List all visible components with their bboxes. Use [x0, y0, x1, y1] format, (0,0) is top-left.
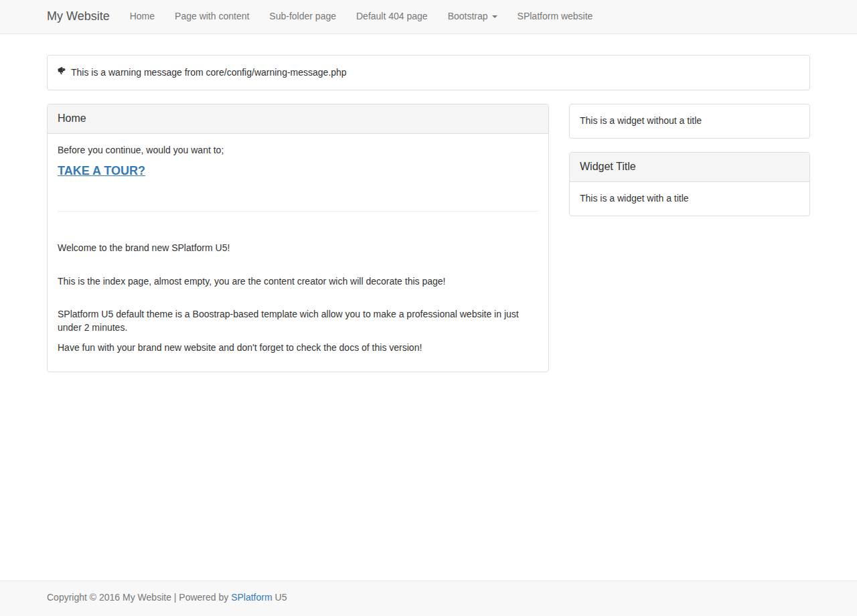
home-panel-title: Home — [48, 104, 548, 134]
navbar: My Website Home Page with content Sub-fo… — [0, 0, 857, 34]
widget-title: Widget Title — [570, 153, 809, 182]
nav-item-bootstrap-dropdown[interactable]: Bootstrap — [438, 0, 508, 33]
footer: Copyright © 2016 My Website | Powered by… — [0, 581, 857, 616]
widget-with-title: Widget Title This is a widget with a tit… — [569, 152, 810, 216]
warning-panel: This is a warning message from core/conf… — [47, 55, 810, 90]
nav-item-sub-folder-page[interactable]: Sub-folder page — [259, 0, 346, 33]
navbar-brand[interactable]: My Website — [47, 0, 120, 33]
warning-message-text: This is a warning message from core/conf… — [71, 66, 347, 80]
take-a-tour-link[interactable]: TAKE A TOUR? — [58, 164, 145, 177]
widget-with-title-body: This is a widget with a title — [570, 182, 809, 216]
index-page-text: This is the index page, almost empty, yo… — [58, 275, 538, 289]
main-content: This is a warning message from core/conf… — [37, 34, 820, 386]
nav-item-splatform-website[interactable]: SPlatform website — [508, 0, 603, 33]
widget-without-title-body: This is a widget without a title — [570, 104, 809, 138]
nav-item: Page with content — [165, 0, 259, 33]
nav-item: Default 404 page — [346, 0, 438, 33]
splatform-footer-link[interactable]: SPlatform — [231, 592, 272, 603]
content-divider — [58, 211, 538, 212]
navbar-nav: Home Page with content Sub-folder page D… — [120, 0, 603, 33]
nav-item: Sub-folder page — [259, 0, 346, 33]
nav-item-bootstrap-label: Bootstrap — [448, 10, 488, 23]
nav-item-page-with-content[interactable]: Page with content — [165, 0, 259, 33]
intro-text: Before you continue, would you want to; — [58, 144, 538, 157]
page: My Website Home Page with content Sub-fo… — [0, 0, 857, 616]
nav-item-home[interactable]: Home — [120, 0, 165, 33]
bullhorn-icon — [58, 66, 67, 80]
nav-item: Home — [120, 0, 165, 33]
home-panel-body: Before you continue, would you want to; … — [48, 134, 548, 372]
caret-down-icon — [492, 15, 497, 18]
nav-item-default-404-page[interactable]: Default 404 page — [346, 0, 438, 33]
home-panel: Home Before you continue, would you want… — [47, 104, 549, 372]
copyright-text: Copyright © 2016 My Website | Powered by — [47, 592, 231, 603]
have-fun-text: Have fun with your brand new website and… — [58, 341, 538, 355]
theme-text: SPlatform U5 default theme is a Boostrap… — [58, 308, 538, 335]
version-text: U5 — [272, 592, 287, 603]
widget-without-title: This is a widget without a title — [569, 104, 810, 139]
nav-item: Bootstrap — [438, 0, 508, 33]
tour-paragraph: TAKE A TOUR? — [58, 163, 538, 180]
welcome-text: Welcome to the brand new SPlatform U5! — [58, 242, 538, 255]
nav-item: SPlatform website — [508, 0, 603, 33]
